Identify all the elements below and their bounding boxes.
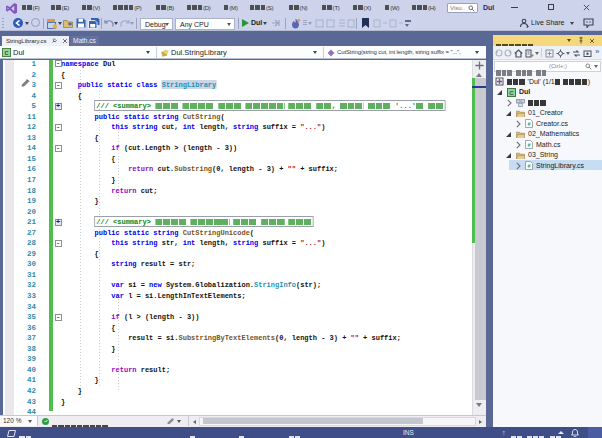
svg-text:#: # [527,121,530,127]
svg-text:C: C [509,90,514,96]
svg-text:#: # [527,142,530,148]
svg-text:C: C [5,50,9,56]
svg-text:#: # [527,163,530,169]
